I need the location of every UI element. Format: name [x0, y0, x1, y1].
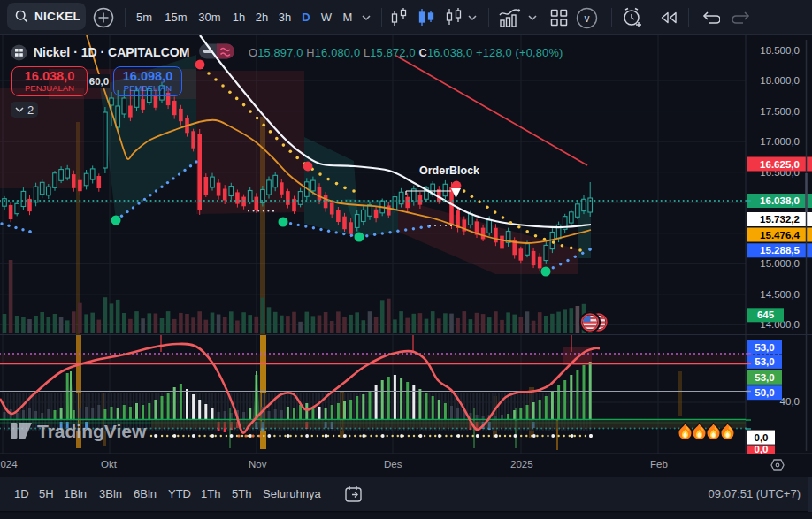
svg-text:16.625,0: 16.625,0 — [760, 159, 800, 170]
svg-text:50,0: 50,0 — [755, 387, 774, 398]
svg-text:53,0: 53,0 — [755, 372, 774, 383]
svg-text:TradingView: TradingView — [37, 421, 147, 441]
svg-text:40,0: 40,0 — [780, 396, 800, 407]
svg-text:18.000,0: 18.000,0 — [760, 75, 800, 86]
svg-text:17.000,0: 17.000,0 — [760, 136, 800, 147]
svg-text:53,0: 53,0 — [755, 342, 774, 353]
svg-text:14.500,0: 14.500,0 — [760, 289, 800, 300]
svg-text:15.476,4: 15.476,4 — [760, 230, 800, 240]
svg-text:v: v — [585, 12, 590, 25]
svg-text:15.000,0: 15.000,0 — [760, 258, 800, 269]
svg-text:16.038,0: 16.038,0 — [760, 195, 800, 206]
svg-text:18.500,0: 18.500,0 — [760, 45, 800, 56]
svg-text:0,0: 0,0 — [755, 444, 769, 454]
svg-text:53,0: 53,0 — [755, 356, 774, 367]
svg-text:17.500,0: 17.500,0 — [760, 106, 800, 117]
svg-text:15.288,5: 15.288,5 — [760, 245, 800, 256]
svg-text:645: 645 — [757, 309, 775, 320]
svg-text:0,0: 0,0 — [755, 432, 769, 443]
svg-text:15.732,2: 15.732,2 — [760, 214, 800, 225]
svg-text:OrderBlock: OrderBlock — [419, 164, 479, 177]
